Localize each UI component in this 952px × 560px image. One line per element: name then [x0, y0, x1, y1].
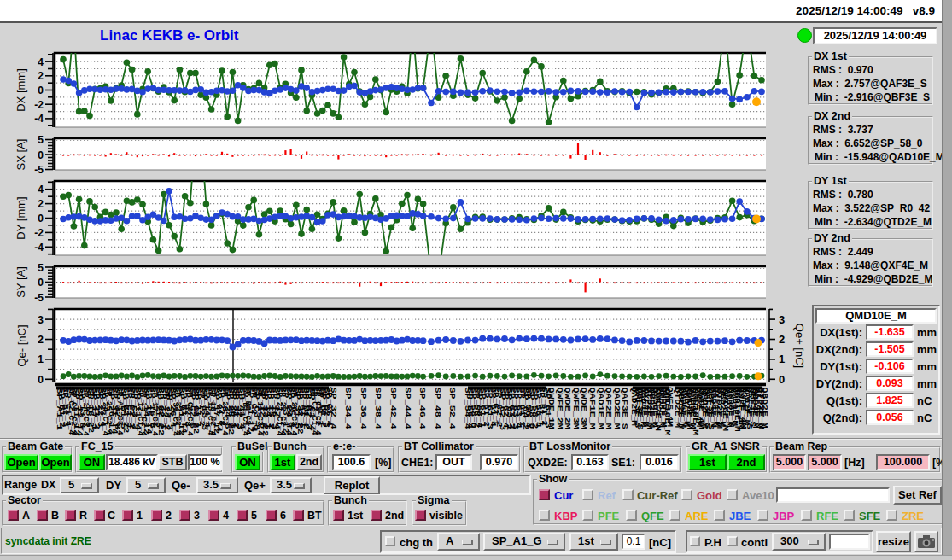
svg-text:QAF2E_M: QAF2E_M: [604, 388, 612, 429]
svg-text:SP_52_4: SP_52_4: [447, 388, 456, 430]
svg-text:Qe+ [nC]: Qe+ [nC]: [793, 324, 806, 368]
svg-text:Qe- [nC]: Qe- [nC]: [15, 324, 28, 366]
svg-text:QWDE_1M: QWDE_1M: [546, 388, 555, 429]
svg-text:SP_34_4: SP_34_4: [343, 388, 352, 430]
svg-text:-4: -4: [34, 242, 44, 254]
svg-text:QWFE_3M: QWFE_3M: [571, 388, 580, 429]
svg-text:4: 4: [38, 56, 44, 68]
svg-text:1: 1: [779, 353, 785, 365]
svg-text:0: 0: [38, 85, 44, 96]
svg-text:QWFE_4M: QWFE_4M: [665, 387, 674, 427]
svg-text:-4: -4: [34, 113, 44, 125]
svg-text:0: 0: [38, 149, 44, 161]
svg-text:0: 0: [38, 277, 44, 289]
svg-text:0: 0: [38, 213, 44, 225]
svg-text:SX [A]: SX [A]: [15, 139, 27, 171]
svg-text:QBD2E_M: QBD2E_M: [760, 387, 768, 428]
svg-text:DY [mm]: DY [mm]: [15, 196, 27, 239]
svg-text:QWDE_3M: QWDE_3M: [579, 388, 587, 429]
svg-text:SY [A]: SY [A]: [15, 266, 27, 298]
svg-text:SP_42_4: SP_42_4: [388, 388, 397, 430]
svg-text:QWFE_2M: QWFE_2M: [555, 388, 564, 429]
svg-text:0: 0: [38, 374, 44, 386]
svg-text:QWDE_2M: QWDE_2M: [563, 388, 571, 429]
svg-text:QAF1E_M: QAF1E_M: [587, 388, 596, 429]
svg-text:DX [mm]: DX [mm]: [15, 68, 27, 112]
svg-text:-2: -2: [34, 99, 44, 111]
svg-text:SP_32_4: SP_32_4: [329, 388, 337, 430]
svg-text:0: 0: [779, 373, 785, 386]
svg-text:QAD1E_M: QAD1E_M: [596, 388, 604, 429]
svg-text:2: 2: [38, 70, 44, 82]
svg-text:3: 3: [38, 314, 44, 326]
svg-text:SP_44_4: SP_44_4: [403, 388, 412, 430]
svg-text:-2: -2: [34, 227, 44, 239]
svg-text:QAD2E_M: QAD2E_M: [612, 388, 621, 429]
svg-text:-5: -5: [34, 164, 44, 176]
svg-text:SP_46_4: SP_46_4: [418, 388, 426, 430]
svg-text:SP_38_4: SP_38_4: [373, 388, 382, 430]
svg-text:2: 2: [38, 198, 44, 210]
svg-text:QAF3E_S: QAF3E_S: [620, 388, 628, 429]
svg-text:-5: -5: [34, 292, 44, 304]
svg-text:2: 2: [779, 333, 785, 346]
svg-text:SP_36_4: SP_36_4: [359, 388, 367, 430]
svg-text:2: 2: [38, 334, 44, 346]
svg-text:3: 3: [779, 313, 785, 326]
svg-text:4: 4: [38, 184, 44, 195]
svg-text:1: 1: [38, 353, 44, 365]
svg-text:5: 5: [38, 262, 44, 274]
svg-text:SP_48_4: SP_48_4: [433, 388, 441, 430]
svg-text:5: 5: [38, 134, 44, 146]
